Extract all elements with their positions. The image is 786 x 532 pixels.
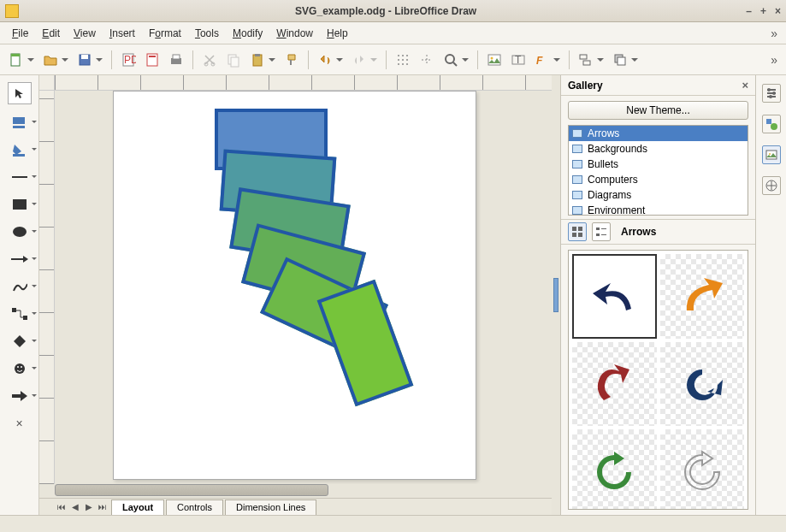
fontwork-button[interactable]: F [531, 49, 553, 71]
svg-point-20 [402, 59, 404, 61]
theme-icon [572, 191, 582, 199]
theme-list[interactable]: ArrowsBackgroundsBulletsComputersDiagram… [568, 125, 748, 216]
line-ends-tool[interactable] [8, 250, 32, 269]
align-button[interactable] [575, 49, 597, 71]
basic-shapes-tool[interactable] [8, 332, 32, 351]
menu-insert[interactable]: Insert [103, 25, 142, 42]
ruler-horizontal[interactable] [55, 75, 552, 91]
menu-format[interactable]: Format [142, 25, 188, 42]
rectangle-tool[interactable] [8, 195, 32, 214]
open-button[interactable] [39, 49, 62, 71]
clone-format-button[interactable] [281, 49, 303, 71]
redo-button[interactable] [348, 49, 370, 71]
menu-view[interactable]: View [67, 25, 103, 42]
grid-button[interactable] [392, 49, 414, 71]
menu-help[interactable]: Help [320, 25, 355, 42]
ruler-corner [39, 75, 55, 91]
tabbar: ⏮ ◀ ▶ ⏭ Layout Controls Dimension Lines [39, 498, 552, 515]
minimize-button[interactable]: – [746, 5, 752, 17]
gallery-item[interactable] [660, 429, 745, 510]
theme-item[interactable]: Arrows [569, 126, 748, 141]
sidebar-shapes-icon[interactable] [762, 115, 781, 133]
fill-color-tool[interactable] [8, 140, 32, 159]
paste-button[interactable] [246, 49, 269, 71]
gallery-close-icon[interactable]: × [742, 79, 748, 92]
gallery-item[interactable] [660, 254, 745, 339]
tab-dimension[interactable]: Dimension Lines [225, 499, 316, 515]
statusbar [0, 515, 786, 532]
sidebar-properties-icon[interactable] [762, 84, 781, 103]
insert-textbox-button[interactable]: T [507, 49, 529, 71]
close-button[interactable]: × [775, 5, 781, 17]
tab-controls[interactable]: Controls [166, 499, 223, 515]
svg-rect-39 [13, 199, 27, 210]
gallery-item[interactable] [572, 342, 657, 427]
zoom-button[interactable] [440, 49, 462, 71]
toolbox-overflow[interactable]: × [8, 414, 32, 433]
ellipse-tool[interactable] [8, 222, 32, 241]
tab-nav-first[interactable]: ⏮ [55, 500, 68, 514]
print-button[interactable] [165, 49, 187, 71]
gallery-item[interactable] [572, 429, 657, 510]
copy-button[interactable] [222, 49, 245, 71]
canvas-viewport[interactable] [55, 91, 552, 484]
menu-tools[interactable]: Tools [188, 25, 226, 42]
svg-rect-43 [23, 316, 27, 320]
app-icon [5, 4, 19, 18]
gallery-item[interactable] [572, 254, 657, 339]
theme-label: Arrows [588, 127, 619, 139]
insert-image-button[interactable] [483, 49, 505, 71]
drawing-page[interactable] [113, 91, 476, 480]
tab-layout[interactable]: Layout [111, 499, 164, 515]
print-directly-button[interactable] [141, 49, 163, 71]
menu-modify[interactable]: Modify [226, 25, 269, 42]
connector-tool[interactable] [8, 304, 32, 323]
horizontal-scrollbar[interactable] [39, 484, 552, 498]
panel-collapse-grip[interactable] [552, 75, 560, 515]
new-theme-button[interactable]: New Theme... [568, 101, 748, 120]
undo-button[interactable] [314, 49, 336, 71]
gallery-item[interactable] [660, 342, 745, 427]
left-toolbox: × [0, 75, 39, 515]
theme-item[interactable]: Computers [569, 172, 748, 187]
sidebar-navigator-icon[interactable] [762, 176, 781, 195]
line-tool[interactable] [8, 168, 32, 186]
theme-icon [572, 206, 582, 215]
menu-file[interactable]: File [5, 25, 35, 42]
menubar-overflow[interactable]: » [767, 27, 781, 40]
menu-edit[interactable]: Edit [35, 25, 67, 42]
sidebar-gallery-icon[interactable] [762, 145, 781, 164]
tab-nav-prev[interactable]: ◀ [68, 500, 82, 514]
tab-nav-next[interactable]: ▶ [82, 500, 96, 514]
theme-item[interactable]: Environment [569, 203, 748, 216]
theme-item[interactable]: Bullets [569, 157, 748, 172]
arrange-button[interactable] [609, 49, 631, 71]
line-color-tool[interactable] [8, 113, 32, 132]
select-tool[interactable] [8, 82, 32, 104]
theme-label: Diagrams [588, 189, 631, 201]
theme-item[interactable]: Backgrounds [569, 141, 748, 157]
svg-point-57 [769, 95, 772, 98]
toolbar-overflow[interactable]: » [767, 53, 781, 67]
export-pdf-button[interactable]: PDF [117, 49, 139, 71]
gallery-panel: Gallery × New Theme... ArrowsBackgrounds… [560, 75, 755, 515]
arrow-shapes-tool[interactable] [8, 387, 32, 405]
save-button[interactable] [74, 49, 96, 71]
theme-item[interactable]: Diagrams [569, 187, 748, 203]
svg-rect-50 [578, 233, 582, 237]
svg-rect-48 [578, 227, 582, 231]
svg-point-44 [15, 364, 25, 374]
gallery-icon-view-button[interactable] [568, 222, 587, 241]
symbol-shapes-tool[interactable] [8, 359, 32, 378]
helplines-button[interactable] [416, 49, 438, 71]
standard-toolbar: PDF T F » [0, 44, 786, 75]
curve-tool[interactable] [8, 277, 32, 296]
ruler-vertical[interactable] [39, 91, 55, 484]
gallery-detail-view-button[interactable] [592, 222, 611, 241]
tab-nav-last[interactable]: ⏭ [96, 500, 109, 514]
cut-button[interactable] [198, 49, 221, 71]
menu-window[interactable]: Window [269, 25, 320, 42]
maximize-button[interactable]: + [760, 5, 766, 17]
svg-rect-60 [766, 151, 777, 159]
new-button[interactable] [5, 49, 27, 71]
